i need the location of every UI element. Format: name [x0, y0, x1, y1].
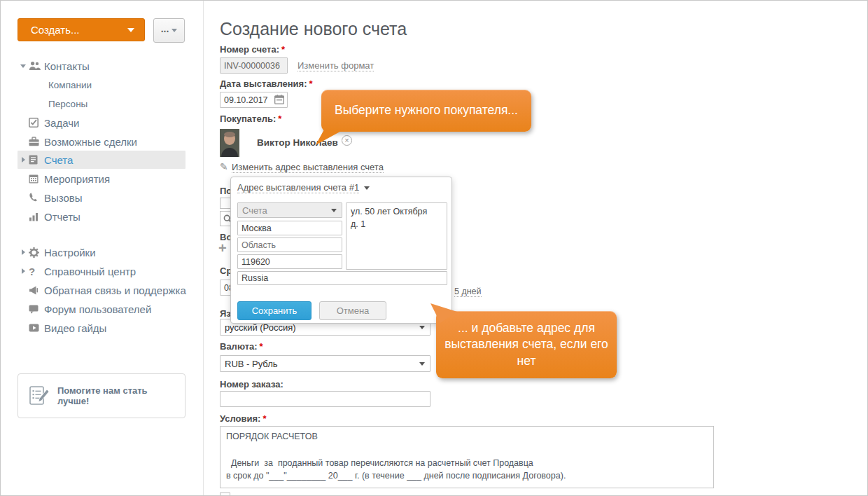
sidebar-item-label: Счета	[44, 154, 73, 166]
sidebar-item-label: Контакты	[44, 60, 90, 72]
caret-down-icon	[127, 28, 134, 32]
caret-down-icon	[419, 326, 425, 329]
phone-icon	[29, 193, 44, 202]
country-input[interactable]	[237, 271, 447, 285]
address-selector[interactable]: Адрес выставления счета #1	[237, 182, 370, 193]
create-button-label: Создать...	[31, 24, 80, 36]
chat-icon	[29, 305, 44, 314]
contacts-icon	[29, 61, 44, 71]
sidebar-item-label: Задачи	[44, 117, 79, 129]
sidebar-item-label: Отчеты	[44, 211, 80, 223]
terms-textarea[interactable]: ПОРЯДОК РАСЧЕТОВ Деньги за проданный тов…	[220, 426, 714, 488]
question-icon: ?	[29, 266, 44, 277]
buyer-avatar	[220, 129, 239, 157]
caret-down-icon	[364, 186, 370, 190]
sidebar-item-tasks[interactable]: Задачи	[1, 113, 203, 132]
sidebar-item-label: Компании	[48, 80, 92, 90]
sidebar-item-invoices[interactable]: Счета	[1, 151, 203, 169]
sidebar-item-calls[interactable]: Вызовы	[1, 188, 203, 207]
video-icon	[29, 324, 44, 332]
sidebar-item-settings[interactable]: Настройки	[1, 243, 203, 261]
change-format-link[interactable]: Изменить формат	[298, 60, 374, 71]
invoice-date-label: Дата выставления:*	[220, 78, 313, 89]
deals-icon	[29, 137, 44, 146]
more-actions-button[interactable]: ...	[153, 18, 185, 43]
tooltip-pick-buyer: Выберите нужного покупателя...	[321, 90, 531, 132]
gear-icon	[29, 247, 44, 258]
invoice-icon	[29, 155, 44, 165]
currency-label: Валюта:*	[220, 341, 263, 352]
sidebar-item-label: Справочный центр	[44, 266, 136, 277]
calendar-icon[interactable]	[274, 95, 284, 104]
sidebar-item-contacts[interactable]: Контакты	[1, 57, 203, 75]
sidebar-item-label: Настройки	[44, 247, 96, 259]
sidebar-item-reports[interactable]: Отчеты	[1, 207, 203, 226]
tooltip-add-address: ... и добавьте адрес для выставления сче…	[436, 311, 617, 378]
sidebar-item-label: Обратная связь и поддержка	[44, 284, 186, 296]
sidebar-item-companies[interactable]: Компании	[48, 76, 92, 94]
sidebar-item-help-center[interactable]: ? Справочный центр	[1, 262, 203, 280]
caret-down-icon	[419, 362, 425, 366]
caret-right-icon	[22, 268, 25, 274]
app-window: Создать... ... Контакты Компании Персоны	[0, 0, 868, 496]
street-textarea[interactable]: ул. 50 лет Октября д. 1	[346, 202, 447, 270]
buyer-label: Покупатель:*	[220, 113, 281, 124]
required-asterisk: *	[278, 113, 281, 124]
invoice-number-label: Номер счета:*	[220, 44, 285, 55]
required-asterisk: *	[309, 78, 313, 89]
tooltip-tail	[314, 130, 344, 145]
checkbox[interactable]	[220, 492, 230, 496]
order-number-label: Номер заказа:	[220, 379, 284, 390]
required-asterisk: *	[281, 44, 285, 55]
calendar-icon	[29, 174, 44, 184]
sidebar-item-persons[interactable]: Персоны	[48, 95, 88, 113]
megaphone-icon	[29, 286, 44, 295]
plus-icon[interactable]: +	[218, 241, 227, 255]
address-type-value: Счета	[242, 205, 267, 216]
required-asterisk: *	[262, 413, 266, 424]
feedback-box[interactable]: Помогите нам стать лучше!	[18, 373, 186, 418]
page-title: Создание нового счета	[220, 19, 407, 39]
language-label-fragment: Яз	[220, 308, 231, 319]
days-link[interactable]: 5 дней	[454, 287, 482, 297]
region-input[interactable]	[237, 237, 342, 252]
sidebar-item-deals[interactable]: Возможные сделки	[1, 132, 203, 151]
caret-down-icon	[20, 64, 26, 68]
ellipsis-icon: ...	[161, 23, 169, 34]
edit-billing-address-link[interactable]: Изменить адрес выставления счета	[232, 162, 384, 173]
feedback-label: Помогите нам стать лучше!	[57, 385, 178, 406]
postcode-input[interactable]	[237, 254, 342, 269]
caret-right-icon	[22, 157, 25, 163]
cancel-button[interactable]: Отмена	[319, 301, 386, 320]
pencil-icon: ✎	[220, 161, 228, 172]
sidebar-item-forum[interactable]: Форум пользователей	[1, 300, 203, 318]
caret-right-icon	[22, 249, 25, 255]
sidebar-item-label: Видео гайды	[44, 322, 106, 334]
sidebar-item-video-guides[interactable]: Видео гайды	[1, 319, 203, 337]
address-selector-label: Адрес выставления счета #1	[237, 182, 359, 193]
tasks-icon	[29, 118, 44, 128]
sidebar-item-events[interactable]: Мероприятия	[1, 170, 203, 188]
sidebar-item-label: Форум пользователей	[44, 303, 151, 315]
reports-icon	[29, 212, 44, 221]
address-type-select[interactable]: Счета	[237, 202, 342, 218]
tooltip-tail	[430, 303, 457, 323]
sidebar-item-label: Вызовы	[44, 192, 83, 204]
order-number-input[interactable]	[220, 391, 430, 407]
notepad-pencil-icon	[28, 385, 50, 407]
save-button[interactable]: Сохранить	[237, 301, 312, 320]
create-button[interactable]: Создать...	[18, 18, 145, 41]
caret-down-icon	[331, 209, 337, 212]
tooltip-text: ... и добавьте адрес для выставления сче…	[444, 320, 608, 370]
invoice-number-input[interactable]	[220, 57, 288, 74]
currency-select-value: RUB - Рубль	[225, 359, 278, 369]
terms-label: Условия:*	[220, 413, 267, 424]
required-asterisk: *	[260, 341, 263, 352]
checkbox[interactable]	[220, 198, 231, 209]
city-input[interactable]	[237, 221, 342, 235]
sidebar-item-feedback-support[interactable]: Обратная связь и поддержка	[1, 281, 203, 299]
tooltip-text: Выберите нужного покупателя...	[335, 102, 518, 119]
sidebar-item-label: Мероприятия	[44, 173, 110, 185]
caret-down-icon	[172, 29, 177, 32]
currency-select[interactable]: RUB - Рубль	[220, 355, 430, 372]
